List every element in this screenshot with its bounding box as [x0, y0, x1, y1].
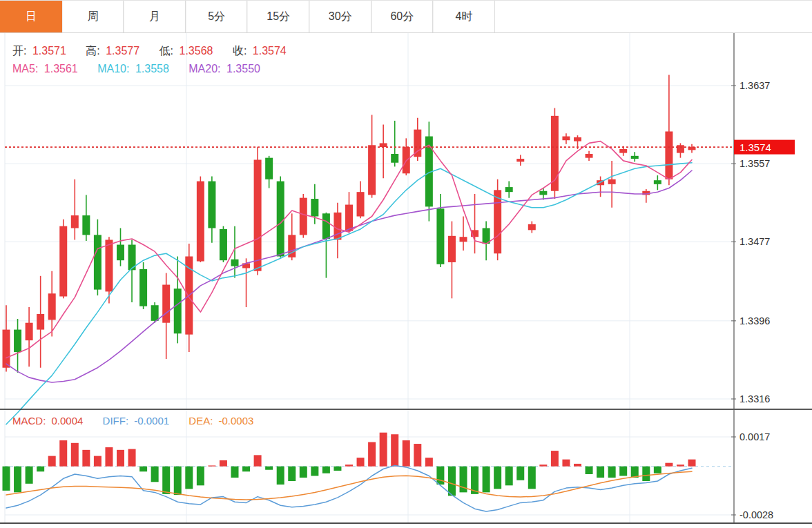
candle	[471, 194, 478, 253]
candle	[368, 115, 376, 197]
candle-body	[231, 260, 239, 266]
candles-layer	[3, 75, 696, 372]
diff-value: -0.0001	[134, 415, 169, 427]
macd-bar	[48, 456, 56, 467]
candle	[3, 305, 10, 371]
macd-bar	[300, 467, 307, 478]
candle-body	[505, 187, 513, 192]
candle-body	[345, 205, 353, 231]
diff-label: DIFF:	[103, 415, 129, 427]
candle-body	[82, 215, 90, 235]
dea-line	[6, 471, 692, 500]
tab-timeframe-7[interactable]: 60分	[371, 1, 434, 32]
tab-timeframe-5[interactable]: 15分	[247, 1, 309, 32]
candle	[357, 182, 365, 219]
candle-body	[48, 293, 56, 320]
candle-body	[117, 245, 124, 261]
macd-bar	[162, 467, 170, 494]
candle-body	[220, 229, 227, 260]
current-price-tag: 1.3574	[734, 140, 795, 155]
candle-body	[334, 213, 341, 240]
macd-bar	[642, 467, 650, 481]
candle-body	[322, 213, 330, 239]
macd-bar	[345, 465, 353, 467]
macd-bar	[391, 434, 398, 466]
macd-value: 0.0004	[52, 415, 84, 427]
candle	[322, 213, 330, 278]
macd-bar	[562, 460, 570, 467]
candle	[231, 226, 239, 278]
candle	[277, 177, 284, 257]
candle-body	[151, 305, 159, 321]
macd-bar	[128, 449, 136, 467]
tab-timeframe-8[interactable]: 4时	[433, 1, 495, 32]
candle-body	[654, 180, 661, 184]
candle	[654, 175, 661, 190]
candle	[597, 177, 604, 197]
macd-bar	[425, 458, 433, 467]
candle	[162, 273, 170, 359]
candle-body	[162, 285, 170, 323]
macd-bar	[208, 465, 215, 466]
macd-bar	[59, 440, 67, 467]
macd-bar	[26, 467, 33, 484]
macd-bar	[436, 467, 444, 485]
tab-timeframe-1[interactable]: 日	[0, 1, 62, 32]
macd-bar	[494, 467, 501, 489]
macd-histogram	[3, 433, 696, 496]
macd-bar	[231, 467, 239, 478]
ma10-value: 1.3558	[135, 63, 169, 75]
chart-canvas[interactable]: 1.36371.35571.34771.33961.33160.0017-0.0…	[0, 0, 812, 528]
price-axis-label: 1.3477	[740, 236, 770, 247]
macd-bar	[322, 467, 330, 473]
candle	[528, 222, 536, 233]
trading-chart-app: 日周月5分15分30分60分4时 1.36371.35571.34771.339…	[0, 0, 812, 528]
tab-timeframe-6[interactable]: 30分	[309, 1, 371, 32]
candle-body	[37, 314, 44, 330]
candle-body	[677, 145, 684, 153]
low-label: 低:	[160, 45, 173, 57]
macd-bar	[574, 464, 581, 467]
tab-timeframe-3[interactable]: 月	[124, 1, 186, 32]
macd-bar	[94, 456, 102, 467]
candle-body	[619, 149, 627, 153]
candle-body	[265, 158, 273, 179]
macd-bar	[688, 460, 696, 467]
candle	[586, 151, 593, 161]
open-value: 1.3571	[32, 45, 66, 57]
macd-bar	[37, 467, 44, 472]
ma10-label: MA10:	[97, 63, 129, 75]
macd-bar	[265, 467, 273, 470]
macd-bar	[516, 467, 524, 480]
price-tag-text: 1.3574	[740, 141, 771, 153]
candle	[220, 226, 227, 262]
tab-timeframe-4[interactable]: 5分	[186, 1, 248, 32]
macd-bar	[505, 467, 513, 486]
price-axis-label: 1.3557	[740, 158, 770, 169]
candle-body	[357, 192, 365, 216]
candle	[688, 144, 696, 153]
candle	[448, 222, 456, 299]
macd-bar	[414, 444, 421, 467]
ohlc-legend: 开: 1.3571 高: 1.3577 低: 1.3568 收: 1.3574	[12, 44, 289, 59]
macd-bar	[528, 467, 536, 489]
candle-body	[436, 208, 444, 264]
candle	[505, 182, 513, 198]
candle	[436, 194, 444, 267]
candle	[345, 192, 353, 233]
candle-body	[574, 137, 581, 141]
candle	[208, 177, 215, 243]
candle	[403, 138, 410, 175]
candle-body	[71, 215, 79, 228]
macd-bar	[380, 433, 387, 467]
candle	[59, 219, 67, 299]
tab-timeframe-2[interactable]: 周	[62, 1, 124, 32]
candle	[631, 152, 639, 162]
macd-bar	[3, 467, 10, 491]
timeframe-tab-bar: 日周月5分15分30分60分4时	[0, 0, 812, 33]
candle-body	[311, 199, 318, 216]
macd-bar	[665, 463, 673, 467]
candle	[82, 195, 90, 240]
candle-body	[586, 154, 593, 158]
macd-axis-label: 0.0017	[740, 431, 770, 442]
